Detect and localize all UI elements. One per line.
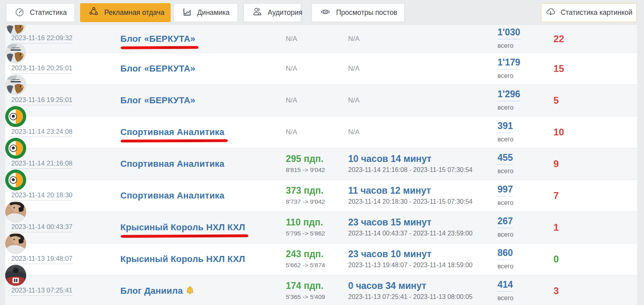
tab-bar: Статистика Рекламная отдача Динамика — [0, 0, 644, 25]
table-row: 2023-11-14 21:16:08 Спортивная Аналитика — [5, 148, 637, 180]
table-row: 2023-11-14 23:24:08 Спортивная Аналитика — [5, 117, 637, 148]
cloud-download-icon — [545, 6, 556, 19]
referral-icon — [89, 6, 99, 19]
stay-duration: N/A — [348, 63, 359, 74]
channel-name-link[interactable]: Спортивная Аналитика — [120, 190, 225, 201]
subscribers-change: 5'795 -> 5'862 — [286, 229, 325, 238]
audience-icon — [252, 6, 262, 19]
subscribers-gained: N/A — [286, 33, 297, 45]
stay-duration: N/A — [348, 95, 359, 106]
views-count-link[interactable]: 1'296 — [497, 89, 520, 101]
channel-name-link[interactable]: Спортивная Аналитика — [120, 127, 225, 137]
tab-dynamics[interactable]: Динамика — [173, 3, 238, 22]
table-row: 2023-11-16 19:25:01 — [5, 85, 637, 117]
subscribers-gained: N/A — [286, 95, 297, 106]
channel-avatar[interactable] — [5, 265, 26, 286]
table-row: 2023-11-14 00:43:37 Крысиный Король НХЛ — [5, 212, 637, 244]
post-date-link[interactable]: 2023-11-16 22:09:32 — [11, 34, 72, 43]
channel-avatar[interactable] — [5, 43, 26, 63]
views-count-link[interactable]: 414 — [497, 279, 513, 292]
views-label: всего — [497, 262, 514, 271]
subscribers-change: 8'737 -> 9'042 — [286, 197, 325, 207]
channel-avatar[interactable] — [5, 170, 26, 190]
post-date-link[interactable]: 2023-11-16 20:25:01 — [11, 64, 72, 74]
score-value: 0 — [553, 254, 559, 265]
stay-duration: N/A — [348, 33, 359, 45]
post-date-link[interactable]: 2023-11-14 23:24:08 — [11, 128, 72, 137]
post-date-link[interactable]: 2023-11-14 00:43:37 — [11, 223, 72, 232]
table-row: 2023-11-14 20:18:30 Спортивная Аналитика — [5, 180, 637, 212]
views-count-link[interactable]: 860 — [497, 248, 513, 260]
channel-name-link[interactable]: Блог «БЕРКУТА» — [120, 95, 195, 106]
views-count-link[interactable]: 391 — [497, 121, 513, 133]
stay-period: 2023-11-13 19:48:07 - 2023-11-14 18:59:0… — [348, 260, 473, 270]
views-label: всего — [497, 41, 520, 51]
channel-name-link[interactable]: Крысиный Король НХЛ КХЛ — [120, 254, 245, 264]
results-table: 2023-11-16 22:09:32 — [5, 25, 637, 305]
chart-icon — [182, 7, 192, 19]
subscribers-gained: N/A — [286, 127, 297, 138]
views-count-link[interactable]: 997 — [497, 184, 513, 197]
subscribers-change: 5'365 -> 5'409 — [286, 292, 325, 302]
views-count-link[interactable]: 1'179 — [497, 57, 520, 70]
score-value: 5 — [553, 95, 559, 106]
stay-duration: 23 часов 15 минут — [348, 217, 473, 228]
post-date-link[interactable]: 2023-11-13 19:48:07 — [11, 255, 72, 264]
stay-duration: 10 часов 14 минут — [348, 153, 473, 164]
views-label: всего — [497, 135, 514, 144]
tab-label: Динамика — [197, 8, 230, 17]
channel-avatar[interactable] — [5, 106, 26, 127]
post-date-link[interactable]: 2023-11-16 19:25:01 — [11, 96, 72, 105]
channel-avatar[interactable] — [5, 233, 26, 254]
post-date-link[interactable]: 2023-11-13 07:25:41 — [11, 287, 72, 296]
eye-icon — [320, 6, 331, 19]
bell-icon — [185, 285, 195, 297]
views-label: всего — [497, 103, 520, 113]
stay-period: 2023-11-14 20:18:30 - 2023-11-15 07:30:5… — [348, 197, 473, 207]
tab-label: Аудитория — [268, 8, 302, 17]
stay-duration: 11 часов 12 минут — [348, 185, 473, 196]
score-value: 7 — [553, 190, 559, 201]
subscribers-gained: 243 пдп. — [286, 248, 325, 260]
channel-name-link[interactable]: Крысиный Король НХЛ КХЛ — [120, 222, 245, 233]
channel-avatar[interactable] — [5, 74, 26, 95]
score-value: 3 — [553, 285, 559, 297]
button-label: Статистика картинкой — [561, 8, 633, 17]
stay-period: 2023-11-14 21:16:08 - 2023-11-15 07:30:5… — [348, 165, 473, 175]
channel-name-link[interactable]: Блог «БЕРКУТА» — [120, 34, 195, 44]
stay-period: 2023-11-14 00:43:37 - 2023-11-14 23:59:0… — [348, 229, 473, 238]
views-label: всего — [497, 71, 520, 81]
views-count-link[interactable]: 1'030 — [497, 27, 520, 39]
tab-audience[interactable]: Аудитория — [244, 3, 301, 22]
table-row: 2023-11-16 20:25:01 — [5, 53, 637, 85]
stay-duration: 0 часов 34 минут — [348, 280, 473, 291]
tab-post-views[interactable]: Просмотры постов — [312, 3, 405, 22]
stay-duration: N/A — [348, 127, 359, 138]
channel-name-link[interactable]: Спортивная Аналитика — [120, 159, 225, 169]
views-label: всего — [497, 230, 514, 239]
views-label: всего — [497, 293, 514, 303]
table-row: 2023-11-13 07:25:41 Блог Дани — [5, 275, 637, 305]
subscribers-gained: 373 пдп. — [286, 185, 325, 196]
channel-name-link[interactable]: Блог Даниила — [120, 286, 183, 296]
post-date-link[interactable]: 2023-11-14 20:18:30 — [11, 191, 72, 201]
subscribers-gained: 295 пдп. — [286, 153, 325, 164]
stay-period: 2023-11-13 07:25:41 - 2023-11-13 08:00:0… — [348, 292, 473, 302]
views-label: всего — [497, 198, 514, 208]
channel-name-link[interactable]: Блог «БЕРКУТА» — [120, 63, 195, 74]
subscribers-gained: N/A — [286, 63, 297, 74]
channel-avatar[interactable] — [5, 201, 26, 222]
table-row: 2023-11-16 22:09:32 — [5, 25, 637, 53]
tab-statistics[interactable]: Статистика — [6, 3, 75, 22]
gauge-icon — [14, 7, 25, 19]
views-count-link[interactable]: 455 — [497, 152, 513, 165]
subscribers-change: 5'662 -> 5'874 — [286, 260, 325, 270]
score-value: 15 — [553, 63, 564, 74]
stay-duration: 23 часов 10 минут — [348, 248, 473, 260]
tab-ad-performance[interactable]: Рекламная отдача — [80, 3, 171, 22]
stats-as-image-button[interactable]: Статистика картинкой — [541, 3, 637, 22]
post-date-link[interactable]: 2023-11-14 21:16:08 — [11, 160, 72, 169]
score-value: 10 — [553, 127, 564, 138]
views-count-link[interactable]: 267 — [497, 216, 513, 228]
channel-avatar[interactable] — [5, 138, 26, 159]
